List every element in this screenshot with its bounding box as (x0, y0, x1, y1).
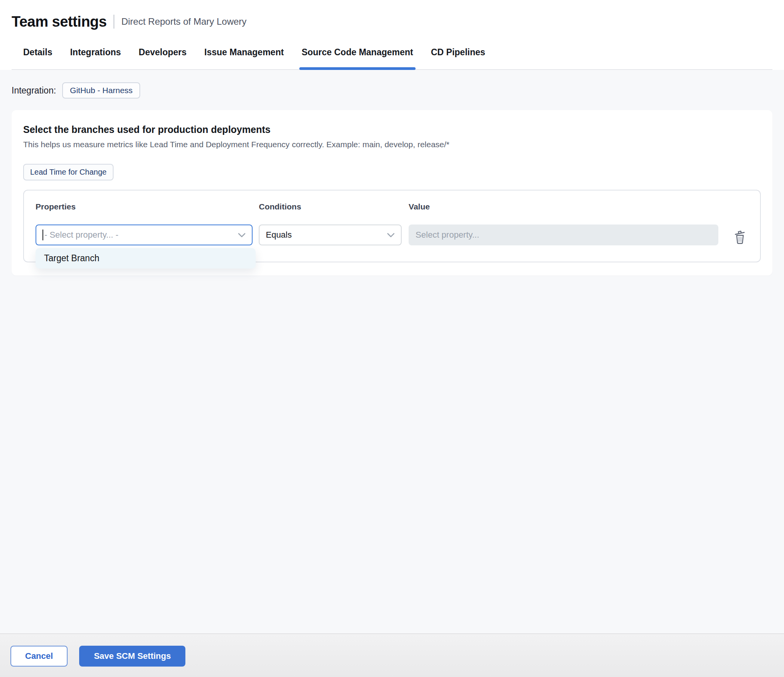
properties-column: Properties - Select property... - (36, 202, 253, 245)
tab-developers[interactable]: Developers (139, 42, 187, 69)
tab-source-code-management[interactable]: Source Code Management (302, 42, 413, 69)
tab-details[interactable]: Details (23, 42, 52, 69)
tab-label: Developers (139, 47, 187, 57)
properties-label: Properties (36, 202, 253, 211)
integration-label: Integration: (12, 85, 56, 96)
card-heading: Select the branches used for production … (23, 124, 761, 135)
property-select[interactable]: - Select property... - (36, 225, 253, 245)
tab-integrations[interactable]: Integrations (70, 42, 121, 69)
rule-box: Properties - Select property... - (23, 190, 761, 262)
rule-grid: Properties - Select property... - (36, 202, 748, 247)
tab-issue-management[interactable]: Issue Management (204, 42, 284, 69)
value-label: Value (409, 202, 718, 211)
chevron-down-icon (387, 233, 395, 238)
integration-row: Integration: GitHub - Harness (12, 82, 772, 99)
cancel-button[interactable]: Cancel (10, 646, 68, 667)
tab-active-underline (299, 67, 416, 70)
text-caret (42, 230, 43, 240)
tab-label: Integrations (70, 47, 121, 57)
tab-label: Source Code Management (302, 47, 413, 57)
value-column: Value (409, 202, 718, 245)
tab-label: Issue Management (204, 47, 284, 57)
card-description: This helps us measure metrics like Lead … (23, 140, 761, 149)
condition-select-value: Equals (266, 230, 292, 240)
condition-select[interactable]: Equals (259, 225, 402, 245)
dropdown-option-target-branch[interactable]: Target Branch (36, 248, 256, 269)
branches-card: Select the branches used for production … (12, 110, 772, 276)
tab-cd-pipelines[interactable]: CD Pipelines (431, 42, 485, 69)
tab-label: Details (23, 47, 52, 57)
conditions-label: Conditions (259, 202, 402, 211)
tab-label: CD Pipelines (431, 47, 485, 57)
property-select-placeholder: - Select property... - (44, 230, 119, 240)
conditions-column: Conditions Equals (259, 202, 402, 245)
property-select-dropdown: Target Branch (36, 248, 256, 269)
header: Team settings Direct Reports of Mary Low… (0, 0, 784, 70)
title-divider (114, 15, 114, 29)
value-input[interactable] (409, 225, 718, 245)
team-settings-page: Team settings Direct Reports of Mary Low… (0, 0, 784, 677)
title-row: Team settings Direct Reports of Mary Low… (12, 11, 772, 32)
integration-badge[interactable]: GitHub - Harness (62, 82, 140, 99)
delete-rule-button[interactable] (731, 228, 748, 247)
trash-icon (733, 241, 747, 247)
tab-bar: Details Integrations Developers Issue Ma… (12, 42, 772, 70)
main-content: Integration: GitHub - Harness Select the… (0, 70, 784, 276)
chevron-down-icon (238, 233, 246, 238)
page-title: Team settings (12, 14, 107, 30)
footer-action-bar: Cancel Save SCM Settings (0, 633, 784, 677)
metric-chip-lead-time[interactable]: Lead Time for Change (23, 164, 114, 180)
page-subtitle: Direct Reports of Mary Lowery (121, 16, 246, 27)
save-scm-settings-button[interactable]: Save SCM Settings (79, 646, 185, 667)
